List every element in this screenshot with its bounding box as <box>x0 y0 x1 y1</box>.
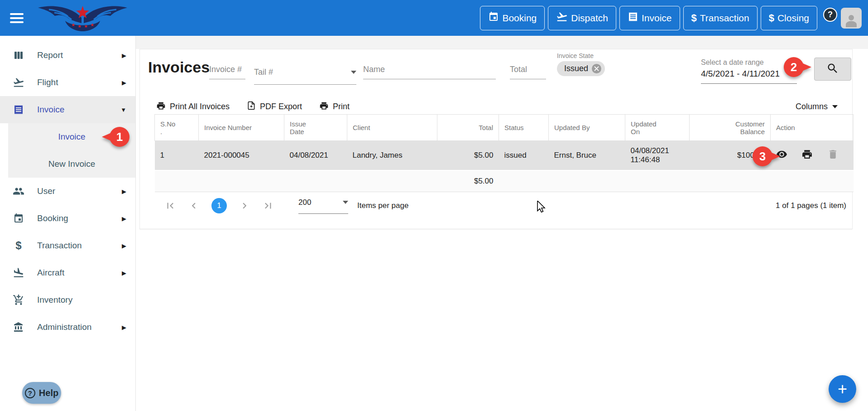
name-input[interactable]: Name <box>363 65 496 79</box>
sidebar-subitem-new-invoice[interactable]: New Invoice <box>8 150 135 178</box>
calendar-icon <box>12 213 25 224</box>
svg-text:2: 2 <box>791 60 797 74</box>
col-header-invoice-number[interactable]: Invoice Number <box>199 115 284 141</box>
chevron-down-icon <box>351 71 356 74</box>
search-icon <box>826 62 839 77</box>
nav-label: Closing <box>777 13 809 24</box>
last-page-icon[interactable] <box>262 200 274 212</box>
sidebar-item-inventory[interactable]: Inventory <box>0 286 135 314</box>
sidebar-item-aircraft[interactable]: Aircraft ▶ <box>0 259 135 286</box>
total-placeholder: Total <box>510 65 546 74</box>
cell-customer-balance: $100.00 <box>690 141 771 170</box>
cell-issue-date: 04/08/2021 <box>284 141 347 170</box>
paginator: 1 200 Items per page 1 of 1 pages (1 ite… <box>154 192 853 220</box>
col-header-status[interactable]: Status <box>499 115 549 141</box>
page-size-select[interactable]: 200 <box>298 198 348 214</box>
sidebar-item-invoice[interactable]: Invoice ▼ <box>0 96 135 123</box>
first-page-icon[interactable] <box>164 200 176 212</box>
print-row-icon[interactable] <box>801 149 813 162</box>
tail-number-select[interactable]: Tail # <box>254 68 356 85</box>
toolbar-label: Print <box>333 102 350 111</box>
sidebar-item-label: Report <box>37 50 63 60</box>
chevron-right-icon: ▶ <box>122 270 126 276</box>
col-header-total[interactable]: Total <box>437 115 499 141</box>
print-all-invoices-button[interactable]: Print All Invoices <box>156 101 230 113</box>
col-header-action[interactable]: Action <box>771 115 854 141</box>
col-header-client[interactable]: Client <box>347 115 437 141</box>
chevron-right-icon: ▶ <box>122 79 126 86</box>
sidebar-item-administration[interactable]: Administration ▶ <box>0 314 135 341</box>
pagination-summary: 1 of 1 pages (1 item) <box>776 201 846 210</box>
help-label: Help <box>39 388 58 398</box>
cell-status: issued <box>499 141 549 170</box>
invoice-number-placeholder: Invoice # <box>209 65 245 74</box>
tail-placeholder: Tail # <box>254 68 273 77</box>
report-columns-icon <box>12 50 25 61</box>
table-total-row: $5.00 <box>155 170 854 192</box>
columns-label: Columns <box>796 102 828 111</box>
chevron-down-icon <box>832 105 838 108</box>
menu-icon[interactable] <box>10 11 24 25</box>
footer-total: $5.00 <box>437 170 499 192</box>
invoices-card: Invoices Invoice # Tail # Name Total Inv… <box>139 49 853 229</box>
sidebar-item-flight[interactable]: Flight ▶ <box>0 69 135 96</box>
bank-icon <box>12 322 25 333</box>
print-button[interactable]: Print <box>319 101 350 113</box>
help-button[interactable]: ? Help <box>22 382 61 404</box>
flight-takeoff-icon <box>12 77 25 88</box>
date-range-value[interactable]: 4/5/2021 - 4/11/2021 <box>701 69 780 79</box>
table-toolbar: Print All Invoices PDF Export Print Colu… <box>140 99 852 114</box>
receipt-icon <box>12 104 25 115</box>
sidebar-item-label: User <box>37 186 55 196</box>
invoice-state-chip[interactable]: Issued <box>557 61 605 76</box>
col-header-issue-date[interactable]: Issue Date <box>284 115 347 141</box>
col-header-updated-by[interactable]: Updated By <box>549 115 625 141</box>
col-header-customer-balance[interactable]: Customer Balance <box>690 115 771 141</box>
sidebar-item-label: Aircraft <box>37 268 64 278</box>
cell-updated-on: 04/08/2021 11:46:48 <box>625 141 690 170</box>
toolbar-label: Print All Invoices <box>170 102 230 111</box>
add-cart-icon <box>12 294 25 306</box>
col-header-sno[interactable]: S.No . <box>155 115 199 141</box>
cell-updated-by: Ernst, Bruce <box>549 141 625 170</box>
col-header-updated-on[interactable]: Updated On <box>625 115 690 141</box>
name-placeholder: Name <box>363 65 496 74</box>
sidebar-item-report[interactable]: Report ▶ <box>0 42 135 69</box>
table-row[interactable]: 1 2021-000045 04/08/2021 Landry, James $… <box>155 141 854 170</box>
flight-land-icon <box>12 267 25 279</box>
help-icon[interactable]: ? <box>823 8 837 22</box>
sidebar-item-label: Transaction <box>37 241 82 251</box>
next-page-icon[interactable] <box>239 200 250 212</box>
sidebar-item-user[interactable]: User ▶ <box>0 178 135 205</box>
sidebar-item-booking[interactable]: Booking ▶ <box>0 205 135 232</box>
nav-transaction-button[interactable]: $ Transaction <box>683 6 758 30</box>
previous-page-icon[interactable] <box>188 200 200 212</box>
user-avatar[interactable] <box>841 8 862 29</box>
pdf-export-button[interactable]: PDF Export <box>247 101 302 112</box>
close-icon[interactable] <box>592 64 601 73</box>
sidebar-item-label: Administration <box>37 322 91 332</box>
sidebar-item-transaction[interactable]: $ Transaction ▶ <box>0 232 135 259</box>
columns-dropdown[interactable]: Columns <box>796 102 838 111</box>
nav-closing-button[interactable]: $ Closing <box>761 6 817 30</box>
nav-dispatch-button[interactable]: Dispatch <box>548 6 616 30</box>
sidebar-item-label: Invoice <box>37 105 64 115</box>
dollar-icon: $ <box>12 239 25 252</box>
nav-invoice-button[interactable]: Invoice <box>619 6 680 30</box>
delete-icon[interactable] <box>827 149 839 162</box>
add-invoice-fab[interactable]: + <box>829 375 856 403</box>
chevron-right-icon: ▶ <box>122 188 126 195</box>
company-logo <box>36 3 129 34</box>
total-input[interactable]: Total <box>510 65 546 79</box>
current-page-button[interactable]: 1 <box>211 198 227 213</box>
date-range-underline <box>701 83 797 84</box>
chevron-right-icon: ▶ <box>122 242 126 249</box>
view-icon[interactable] <box>776 149 787 162</box>
nav-booking-button[interactable]: Booking <box>480 6 545 30</box>
search-button[interactable] <box>814 58 851 81</box>
sidebar-subitem-invoice[interactable]: Invoice <box>8 123 135 150</box>
invoice-number-input[interactable]: Invoice # <box>209 65 245 79</box>
receipt-icon <box>628 11 638 24</box>
chevron-down-icon <box>343 201 348 204</box>
sidebar-item-label: Inventory <box>37 295 72 305</box>
